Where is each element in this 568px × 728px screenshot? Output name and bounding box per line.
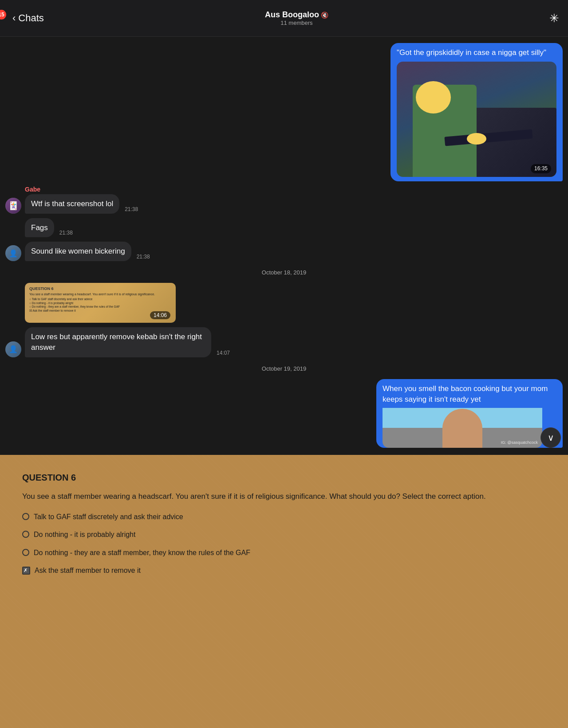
expanded-option: Talk to GAF staff discretely and ask the… bbox=[22, 512, 546, 522]
mute-icon: 🔇 bbox=[321, 12, 328, 19]
quiz-option: ○ Do nothing - it is probably alright bbox=[29, 301, 171, 305]
image-time: 16:35 bbox=[531, 164, 551, 173]
message-row: 👤 Low res but apparently remove kebab is… bbox=[0, 325, 568, 359]
quiz-question: You see a staff member wearing a headsca… bbox=[29, 292, 171, 296]
expanded-quiz-title: QUESTION 6 bbox=[22, 473, 546, 483]
bubble-wrap: "Got the gripskididly in case a nigga ge… bbox=[390, 43, 563, 181]
bubble-wrap: Gabe Wtf is that screenshot lol 21:38 bbox=[25, 186, 138, 214]
back-icon[interactable]: ‹ bbox=[12, 12, 16, 24]
expanded-quiz-section: QUESTION 6 You see a staff member wearin… bbox=[0, 455, 568, 728]
message-bubble: Fags bbox=[25, 218, 54, 238]
message-text: Fags bbox=[31, 223, 48, 232]
message-time: 14:07 bbox=[217, 350, 230, 356]
bubble-row: QUESTION 6 You see a staff member wearin… bbox=[25, 283, 176, 323]
header-center: Aus Boogaloo 🔇 11 members bbox=[265, 10, 328, 26]
chat-area: "Got the gripskididly in case a nigga ge… bbox=[0, 37, 568, 455]
expanded-option: Do nothing - they are a staff member, th… bbox=[22, 548, 546, 558]
message-row: 👤 Sound like women bickering 21:38 bbox=[0, 240, 568, 263]
bubble-wrap: Sound like women bickering 21:38 bbox=[25, 242, 150, 261]
message-text: When you smell the bacon cooking but you… bbox=[383, 384, 548, 403]
quiz-image-container: QUESTION 6 You see a staff member wearin… bbox=[25, 283, 176, 323]
message-text: Wtf is that screenshot lol bbox=[31, 200, 113, 208]
message-row: 🃏 Gabe Wtf is that screenshot lol 21:38 bbox=[0, 184, 568, 215]
bubble-wrap: Fags 21:38 bbox=[25, 218, 73, 238]
sender-name: Gabe bbox=[25, 186, 138, 193]
bubble-wrap: QUESTION 6 You see a staff member wearin… bbox=[25, 283, 176, 323]
group-name-text: Aus Boogaloo bbox=[265, 10, 319, 20]
message-bubble: Wtf is that screenshot lol bbox=[25, 194, 119, 214]
bubble-row: Sound like women bickering 21:38 bbox=[25, 242, 150, 261]
radio-button[interactable] bbox=[22, 513, 29, 520]
message-time: 21:38 bbox=[137, 254, 150, 260]
members-count: 11 members bbox=[265, 20, 328, 26]
date-separator: October 18, 2019 bbox=[0, 264, 568, 281]
message-time: 21:38 bbox=[125, 206, 138, 212]
avatar: 👤 bbox=[5, 341, 21, 357]
avatar: 👤 bbox=[5, 245, 21, 261]
expanded-option: Do nothing - it is probably alright bbox=[22, 530, 546, 540]
thumbnail-image: IG: @sasquatchcock bbox=[383, 408, 542, 448]
image-time: 14:06 bbox=[150, 311, 170, 319]
bubble-wrap: Low res but apparently remove kebab isn'… bbox=[25, 327, 230, 357]
message-bubble: "Got the gripskididly in case a nigga ge… bbox=[390, 43, 563, 181]
quiz-title: QUESTION 6 bbox=[29, 286, 171, 291]
radio-button[interactable] bbox=[22, 549, 29, 556]
checkbox-checked[interactable] bbox=[22, 567, 30, 575]
message-row: QUESTION 6 You see a staff member wearin… bbox=[0, 281, 568, 325]
message-row: "Got the gripskididly in case a nigga ge… bbox=[0, 41, 568, 183]
quiz-option: ○ Talk to GAF staff discretely and ask t… bbox=[29, 297, 171, 301]
meme-image bbox=[397, 62, 556, 177]
quiz-option: ○ Do nothing - they are a staff member, … bbox=[29, 305, 171, 308]
snowflake-icon[interactable]: ✳ bbox=[549, 12, 559, 25]
message-text: "Got the gripskididly in case a nigga ge… bbox=[397, 48, 546, 57]
message-row: When you smell the bacon cooking but you… bbox=[0, 377, 568, 450]
image-bubble: 16:35 bbox=[397, 62, 556, 177]
group-name: Aus Boogaloo 🔇 bbox=[265, 10, 328, 20]
header: 15 ‹ Chats Aus Boogaloo 🔇 11 members ✳ bbox=[0, 0, 568, 37]
chevron-down-icon: ∨ bbox=[548, 432, 554, 443]
message-row: Fags 21:38 bbox=[0, 216, 568, 239]
notification-badge: 15 bbox=[0, 10, 6, 20]
avatar-placeholder bbox=[5, 307, 21, 323]
message-bubble: Low res but apparently remove kebab isn'… bbox=[25, 327, 211, 357]
message-bubble: When you smell the bacon cooking but you… bbox=[376, 379, 563, 448]
message-time: 21:38 bbox=[59, 230, 73, 236]
message-text: Low res but apparently remove kebab isn'… bbox=[31, 333, 202, 352]
chats-link[interactable]: Chats bbox=[18, 12, 43, 24]
header-right: ✳ bbox=[549, 11, 559, 25]
date-separator: October 19, 2019 bbox=[0, 360, 568, 377]
header-left: 15 ‹ Chats bbox=[9, 12, 44, 24]
message-text: Sound like women bickering bbox=[31, 247, 125, 255]
message-bubble: Sound like women bickering bbox=[25, 242, 131, 261]
expanded-quiz-question: You see a staff member wearing a headsca… bbox=[22, 491, 546, 502]
bubble-row: Wtf is that screenshot lol 21:38 bbox=[25, 194, 138, 214]
bubble-row: Fags 21:38 bbox=[25, 218, 73, 238]
avatar-placeholder bbox=[5, 221, 21, 237]
avatar: 🃏 bbox=[5, 198, 21, 214]
expanded-option: Ask the staff member to remove it bbox=[22, 566, 546, 575]
quiz-option: ☒ Ask the staff member to remove it bbox=[29, 309, 171, 313]
bubble-wrap: When you smell the bacon cooking but you… bbox=[376, 379, 563, 448]
ig-credit: IG: @sasquatchcock bbox=[501, 440, 538, 446]
radio-button[interactable] bbox=[22, 531, 29, 538]
bubble-row: Low res but apparently remove kebab isn'… bbox=[25, 327, 230, 357]
